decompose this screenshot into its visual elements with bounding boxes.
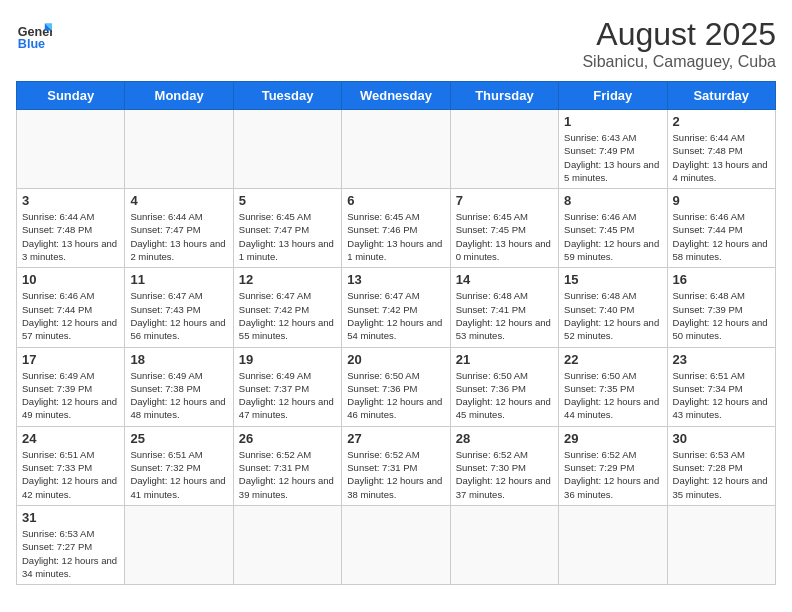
day-number: 7	[456, 193, 553, 208]
day-info: Sunrise: 6:48 AM Sunset: 7:41 PM Dayligh…	[456, 289, 553, 342]
title-block: August 2025 Sibanicu, Camaguey, Cuba	[582, 16, 776, 71]
calendar-cell	[559, 505, 667, 584]
calendar-cell: 30Sunrise: 6:53 AM Sunset: 7:28 PM Dayli…	[667, 426, 775, 505]
day-info: Sunrise: 6:51 AM Sunset: 7:32 PM Dayligh…	[130, 448, 227, 501]
weekday-header-tuesday: Tuesday	[233, 82, 341, 110]
calendar-cell	[17, 110, 125, 189]
calendar-cell: 17Sunrise: 6:49 AM Sunset: 7:39 PM Dayli…	[17, 347, 125, 426]
day-number: 12	[239, 272, 336, 287]
day-number: 26	[239, 431, 336, 446]
logo: General Blue	[16, 16, 52, 52]
day-number: 13	[347, 272, 444, 287]
calendar-cell: 22Sunrise: 6:50 AM Sunset: 7:35 PM Dayli…	[559, 347, 667, 426]
day-info: Sunrise: 6:52 AM Sunset: 7:30 PM Dayligh…	[456, 448, 553, 501]
day-info: Sunrise: 6:52 AM Sunset: 7:31 PM Dayligh…	[347, 448, 444, 501]
logo-icon: General Blue	[16, 16, 52, 52]
calendar-cell	[233, 110, 341, 189]
day-info: Sunrise: 6:48 AM Sunset: 7:39 PM Dayligh…	[673, 289, 770, 342]
calendar-cell: 21Sunrise: 6:50 AM Sunset: 7:36 PM Dayli…	[450, 347, 558, 426]
day-number: 29	[564, 431, 661, 446]
day-number: 25	[130, 431, 227, 446]
calendar-cell	[342, 505, 450, 584]
day-info: Sunrise: 6:46 AM Sunset: 7:45 PM Dayligh…	[564, 210, 661, 263]
calendar-week-row: 31Sunrise: 6:53 AM Sunset: 7:27 PM Dayli…	[17, 505, 776, 584]
calendar-cell: 24Sunrise: 6:51 AM Sunset: 7:33 PM Dayli…	[17, 426, 125, 505]
day-info: Sunrise: 6:49 AM Sunset: 7:37 PM Dayligh…	[239, 369, 336, 422]
month-title: August 2025	[582, 16, 776, 53]
day-number: 18	[130, 352, 227, 367]
calendar-table: SundayMondayTuesdayWednesdayThursdayFrid…	[16, 81, 776, 585]
day-info: Sunrise: 6:50 AM Sunset: 7:35 PM Dayligh…	[564, 369, 661, 422]
day-info: Sunrise: 6:47 AM Sunset: 7:42 PM Dayligh…	[239, 289, 336, 342]
weekday-header-thursday: Thursday	[450, 82, 558, 110]
calendar-cell: 12Sunrise: 6:47 AM Sunset: 7:42 PM Dayli…	[233, 268, 341, 347]
day-number: 15	[564, 272, 661, 287]
day-number: 28	[456, 431, 553, 446]
day-number: 27	[347, 431, 444, 446]
day-info: Sunrise: 6:43 AM Sunset: 7:49 PM Dayligh…	[564, 131, 661, 184]
calendar-cell: 3Sunrise: 6:44 AM Sunset: 7:48 PM Daylig…	[17, 189, 125, 268]
weekday-header-sunday: Sunday	[17, 82, 125, 110]
day-info: Sunrise: 6:53 AM Sunset: 7:27 PM Dayligh…	[22, 527, 119, 580]
day-info: Sunrise: 6:49 AM Sunset: 7:39 PM Dayligh…	[22, 369, 119, 422]
calendar-cell: 23Sunrise: 6:51 AM Sunset: 7:34 PM Dayli…	[667, 347, 775, 426]
day-info: Sunrise: 6:46 AM Sunset: 7:44 PM Dayligh…	[22, 289, 119, 342]
day-number: 21	[456, 352, 553, 367]
day-info: Sunrise: 6:52 AM Sunset: 7:29 PM Dayligh…	[564, 448, 661, 501]
day-info: Sunrise: 6:44 AM Sunset: 7:48 PM Dayligh…	[673, 131, 770, 184]
page-header: General Blue August 2025 Sibanicu, Camag…	[16, 16, 776, 71]
calendar-cell: 13Sunrise: 6:47 AM Sunset: 7:42 PM Dayli…	[342, 268, 450, 347]
location-subtitle: Sibanicu, Camaguey, Cuba	[582, 53, 776, 71]
day-number: 30	[673, 431, 770, 446]
day-number: 24	[22, 431, 119, 446]
day-number: 3	[22, 193, 119, 208]
svg-text:Blue: Blue	[18, 37, 45, 51]
day-info: Sunrise: 6:49 AM Sunset: 7:38 PM Dayligh…	[130, 369, 227, 422]
calendar-cell: 7Sunrise: 6:45 AM Sunset: 7:45 PM Daylig…	[450, 189, 558, 268]
weekday-header-row: SundayMondayTuesdayWednesdayThursdayFrid…	[17, 82, 776, 110]
calendar-week-row: 3Sunrise: 6:44 AM Sunset: 7:48 PM Daylig…	[17, 189, 776, 268]
day-info: Sunrise: 6:44 AM Sunset: 7:48 PM Dayligh…	[22, 210, 119, 263]
day-number: 19	[239, 352, 336, 367]
calendar-cell: 4Sunrise: 6:44 AM Sunset: 7:47 PM Daylig…	[125, 189, 233, 268]
calendar-cell: 14Sunrise: 6:48 AM Sunset: 7:41 PM Dayli…	[450, 268, 558, 347]
weekday-header-friday: Friday	[559, 82, 667, 110]
day-info: Sunrise: 6:45 AM Sunset: 7:45 PM Dayligh…	[456, 210, 553, 263]
calendar-week-row: 10Sunrise: 6:46 AM Sunset: 7:44 PM Dayli…	[17, 268, 776, 347]
weekday-header-saturday: Saturday	[667, 82, 775, 110]
day-info: Sunrise: 6:45 AM Sunset: 7:46 PM Dayligh…	[347, 210, 444, 263]
day-number: 5	[239, 193, 336, 208]
day-info: Sunrise: 6:48 AM Sunset: 7:40 PM Dayligh…	[564, 289, 661, 342]
day-number: 31	[22, 510, 119, 525]
day-info: Sunrise: 6:47 AM Sunset: 7:42 PM Dayligh…	[347, 289, 444, 342]
calendar-cell: 29Sunrise: 6:52 AM Sunset: 7:29 PM Dayli…	[559, 426, 667, 505]
calendar-cell: 6Sunrise: 6:45 AM Sunset: 7:46 PM Daylig…	[342, 189, 450, 268]
day-number: 11	[130, 272, 227, 287]
calendar-cell: 25Sunrise: 6:51 AM Sunset: 7:32 PM Dayli…	[125, 426, 233, 505]
calendar-cell: 18Sunrise: 6:49 AM Sunset: 7:38 PM Dayli…	[125, 347, 233, 426]
day-number: 23	[673, 352, 770, 367]
calendar-cell: 9Sunrise: 6:46 AM Sunset: 7:44 PM Daylig…	[667, 189, 775, 268]
calendar-cell: 26Sunrise: 6:52 AM Sunset: 7:31 PM Dayli…	[233, 426, 341, 505]
day-number: 4	[130, 193, 227, 208]
day-number: 17	[22, 352, 119, 367]
day-number: 10	[22, 272, 119, 287]
calendar-week-row: 17Sunrise: 6:49 AM Sunset: 7:39 PM Dayli…	[17, 347, 776, 426]
day-number: 9	[673, 193, 770, 208]
day-info: Sunrise: 6:51 AM Sunset: 7:34 PM Dayligh…	[673, 369, 770, 422]
day-number: 8	[564, 193, 661, 208]
calendar-cell	[342, 110, 450, 189]
calendar-cell	[667, 505, 775, 584]
day-info: Sunrise: 6:53 AM Sunset: 7:28 PM Dayligh…	[673, 448, 770, 501]
calendar-cell	[125, 110, 233, 189]
day-info: Sunrise: 6:52 AM Sunset: 7:31 PM Dayligh…	[239, 448, 336, 501]
day-number: 16	[673, 272, 770, 287]
calendar-cell	[450, 110, 558, 189]
calendar-cell: 10Sunrise: 6:46 AM Sunset: 7:44 PM Dayli…	[17, 268, 125, 347]
calendar-cell: 5Sunrise: 6:45 AM Sunset: 7:47 PM Daylig…	[233, 189, 341, 268]
day-info: Sunrise: 6:47 AM Sunset: 7:43 PM Dayligh…	[130, 289, 227, 342]
calendar-cell: 31Sunrise: 6:53 AM Sunset: 7:27 PM Dayli…	[17, 505, 125, 584]
weekday-header-monday: Monday	[125, 82, 233, 110]
calendar-cell: 1Sunrise: 6:43 AM Sunset: 7:49 PM Daylig…	[559, 110, 667, 189]
calendar-cell: 28Sunrise: 6:52 AM Sunset: 7:30 PM Dayli…	[450, 426, 558, 505]
